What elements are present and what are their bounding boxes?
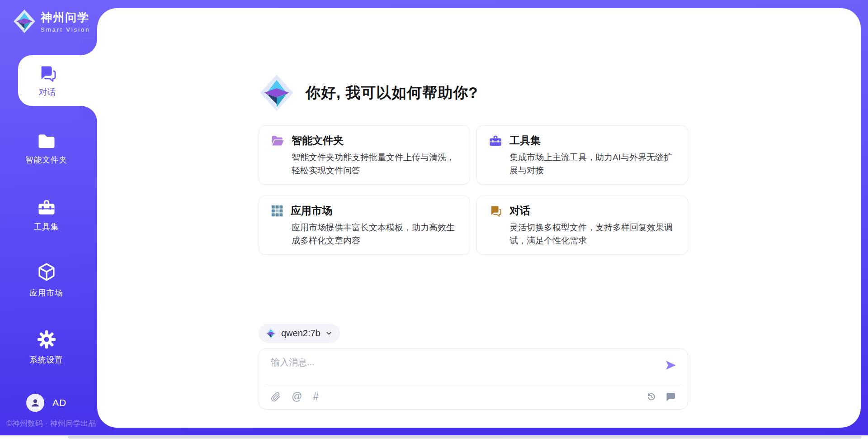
sidebar-item-settings[interactable]: 系统设置 [0,329,93,365]
card-app-market[interactable]: 应用市场 应用市场提供丰富长文本模板，助力高效生成多样化文章内容 [259,196,470,255]
gear-icon [37,329,57,349]
brand-diamond-icon [265,327,277,339]
chat-bubble-icon [665,391,676,402]
app-window: 神州问学 Smart Vision 对话 智能文件夹 [0,0,868,439]
chat-bubble-button[interactable] [665,391,676,402]
composer-toolbar: @ # [271,384,676,409]
brand-diamond-icon [13,9,36,33]
toolbox-icon [37,198,56,216]
sidebar-item-app-market[interactable]: 应用市场 [0,262,93,298]
sidebar-item-label: 系统设置 [30,354,63,365]
brand-logo: 神州问学 Smart Vision [13,9,90,33]
feature-cards: 智能文件夹 智能文件夹功能支持批量文件上传与清洗，轻松实现文件问答 工具 [259,125,688,255]
chevron-down-icon [325,329,333,337]
sidebar-item-toolset[interactable]: 工具集 [0,198,93,232]
greeting-title: 你好, 我可以如何帮助你? [306,83,478,103]
sidebar: 神州问学 Smart Vision 对话 智能文件夹 [0,0,97,439]
card-title: 智能文件夹 [292,134,344,148]
history-icon [646,391,656,402]
send-icon [664,359,677,372]
sidebar-item-label: 工具集 [34,221,59,232]
card-title: 工具集 [509,134,541,148]
sidebar-item-label: 应用市场 [30,287,63,298]
avatar [26,394,44,412]
cube-icon [36,262,57,282]
folder-icon [37,133,56,149]
model-name: qwen2:7b [281,328,321,339]
sidebar-item-smart-folder[interactable]: 智能文件夹 [0,133,93,165]
chat-icon [38,63,57,83]
card-chat[interactable]: 对话 灵活切换多模型文件，支持多样回复效果调试，满足个性化需求 [476,196,688,255]
tab-fillet-bottom [81,106,97,122]
history-button[interactable] [646,391,656,402]
card-smart-folder[interactable]: 智能文件夹 智能文件夹功能支持批量文件上传与清洗，轻松实现文件问答 [259,125,470,185]
card-description: 智能文件夹功能支持批量文件上传与清洗，轻松实现文件问答 [292,151,458,177]
card-description: 灵活切换多模型文件，支持多样回复效果调试，满足个性化需求 [509,221,676,247]
greeting-row: 你好, 我可以如何帮助你? [259,74,688,112]
send-button[interactable] [664,359,677,372]
horizontal-scrollbar-thumb[interactable] [68,436,861,439]
sidebar-item-chat[interactable]: 对话 [18,55,97,106]
hash-icon[interactable]: # [313,391,319,402]
person-icon [30,398,40,408]
card-toolset[interactable]: 工具集 集成市场上主流工具，助力AI与外界无缝扩展与对接 [476,125,688,185]
brand-subtitle: Smart Vision [41,26,90,33]
horizontal-scrollbar-track [0,435,868,439]
at-icon[interactable]: @ [292,391,302,402]
model-selector[interactable]: qwen2:7b [259,324,340,343]
sidebar-item-label: 智能文件夹 [25,154,67,165]
tab-fillet-top [81,39,97,55]
copyright-footer: ©神州数码 · 神州问学出品 [6,419,96,429]
folder-open-icon [271,134,284,147]
brand-diamond-icon [259,74,295,112]
chat-icon [489,204,502,218]
message-input-box: @ # [259,348,688,410]
attach-file-button[interactable] [271,392,281,402]
card-description: 集成市场上主流工具，助力AI与外界无缝扩展与对接 [509,151,676,177]
user-initials: AD [52,397,66,408]
card-description: 应用市场提供丰富长文本模板，助力高效生成多样化文章内容 [292,221,458,247]
brand-name: 神州问学 [41,10,90,25]
composer-area: qwen2:7b [259,324,688,410]
card-title: 应用市场 [291,204,332,218]
sidebar-item-label: 对话 [39,86,56,98]
message-input[interactable] [271,356,656,380]
main-content-card: 你好, 我可以如何帮助你? 智能文件夹 智能文件夹功能支持批量文件上传与清洗，轻… [97,8,861,428]
paperclip-icon [271,392,281,402]
card-title: 对话 [509,204,530,218]
main-content: 你好, 我可以如何帮助你? 智能文件夹 智能文件夹功能支持批量文件上传与清洗，轻… [259,8,688,428]
app-grid-icon [271,205,283,217]
user-profile[interactable]: AD [26,394,66,412]
toolbox-icon [489,134,502,147]
